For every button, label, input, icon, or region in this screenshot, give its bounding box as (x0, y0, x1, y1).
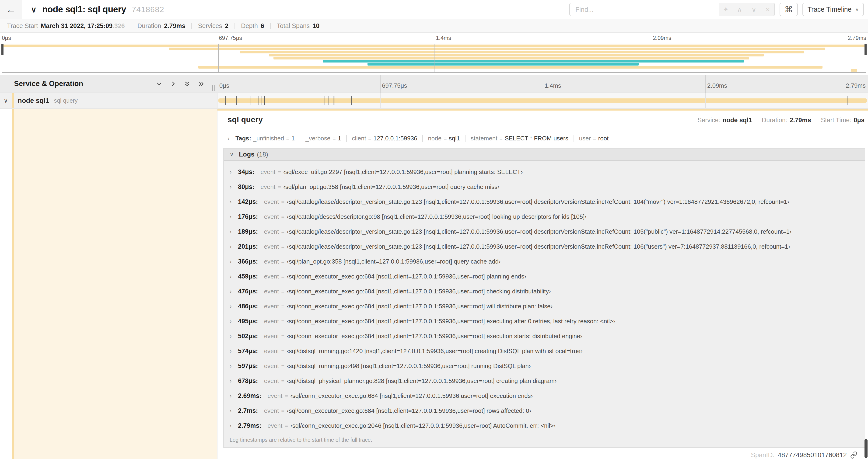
log-entry-row[interactable]: ›502μs:event=‹sql/conn_executor_exec.go:… (224, 329, 865, 343)
tag-item: node=sql1 (428, 135, 460, 142)
minimap-left-drag-handle[interactable] (1, 44, 3, 55)
trace-summary-item: Total Spans10 (277, 22, 319, 30)
logs-list: ›34μs:event=‹sql/exec_util.go:2297 [nsql… (224, 161, 865, 433)
next-result-icon[interactable]: ∨ (751, 5, 756, 13)
timeline-ruler: 0μs697.75μs1.4ms2.09ms2.79ms (217, 75, 868, 93)
log-expand-chevron-icon[interactable]: › (229, 333, 238, 340)
log-entry-row[interactable]: ›176μs:event=‹sql/catalog/descs/descript… (224, 209, 865, 224)
log-entry-row[interactable]: ›486μs:event=‹sql/conn_executor_exec.go:… (224, 299, 865, 314)
log-event-tick (357, 96, 357, 105)
log-key: event (264, 213, 279, 220)
span-collapse-chevron-icon[interactable]: ∨ (0, 97, 12, 104)
log-expand-chevron-icon[interactable]: › (229, 168, 238, 176)
log-key: event (264, 228, 279, 235)
log-entry-row[interactable]: ›34μs:event=‹sql/exec_util.go:2297 [nsql… (224, 164, 865, 179)
log-expand-chevron-icon[interactable]: › (229, 213, 238, 220)
log-entry-row[interactable]: ›366μs:event=‹sql/plan_opt.go:358 [nsql1… (224, 254, 865, 269)
log-key: event (260, 183, 276, 190)
match-highlight-icon[interactable]: ⌖ (724, 5, 728, 13)
span-id-row: SpanID: 4877749850101760812 (227, 448, 865, 459)
log-equals: = (278, 184, 281, 190)
log-entry-row[interactable]: ›495μs:event=‹sql/conn_executor_exec.go:… (224, 314, 865, 329)
log-entry-row[interactable]: ›201μs:event=‹sql/catalog/lease/descript… (224, 239, 865, 254)
expand-one-icon[interactable] (170, 80, 177, 87)
log-expand-chevron-icon[interactable]: › (229, 362, 238, 370)
expand-all-icon[interactable] (198, 80, 205, 87)
keyboard-shortcuts-button[interactable]: ⌘ (780, 3, 798, 16)
back-button[interactable]: ← (0, 0, 22, 19)
logs-header[interactable]: ∨ Logs (18) (224, 149, 865, 161)
log-timestamp: 678μs: (238, 378, 258, 385)
timeline-minimap[interactable]: 0μs697.75μs1.4ms2.09ms2.79ms (0, 33, 868, 75)
log-expand-chevron-icon[interactable]: › (229, 198, 238, 205)
minimap-span-segment (198, 66, 823, 69)
log-key-value: event=‹sql/distsql_running.go:498 [nsql1… (264, 362, 531, 370)
tags-label[interactable]: Tags: (236, 135, 251, 142)
log-expand-chevron-icon[interactable]: › (229, 228, 238, 235)
logs-collapse-chevron-icon[interactable]: ∨ (229, 151, 239, 158)
tags-expand-chevron-icon[interactable]: › (227, 135, 236, 142)
summary-value: 6 (260, 22, 264, 29)
collapse-all-icon[interactable] (184, 80, 190, 87)
log-key: event (264, 303, 279, 310)
log-entry-row[interactable]: ›597μs:event=‹sql/distsql_running.go:498… (224, 358, 865, 373)
search-input[interactable] (570, 3, 719, 15)
log-value: ‹sql/conn_executor_exec.go:684 [nsql1,cl… (290, 392, 533, 399)
log-entry-row[interactable]: ›574μs:event=‹sql/distsql_running.go:142… (224, 343, 865, 358)
log-expand-chevron-icon[interactable]: › (229, 243, 238, 250)
log-expand-chevron-icon[interactable]: › (229, 288, 238, 295)
log-entry-row[interactable]: ›476μs:event=‹sql/conn_executor_exec.go:… (224, 284, 865, 299)
tag-item: user=root (579, 135, 609, 142)
span-bar-cell[interactable] (217, 93, 868, 108)
span-row-service-cell[interactable]: ∨ node sql1 sql query (0, 93, 217, 108)
minimap-span-segment (240, 51, 805, 54)
log-entry-row[interactable]: ›189μs:event=‹sql/catalog/lease/descript… (224, 224, 865, 239)
minimap-span-segment (851, 69, 857, 72)
log-key: event (264, 362, 279, 369)
log-expand-chevron-icon[interactable]: › (229, 348, 238, 355)
collapse-one-icon[interactable] (156, 80, 162, 87)
log-expand-chevron-icon[interactable]: › (229, 318, 238, 325)
log-expand-chevron-icon[interactable]: › (229, 303, 238, 310)
log-entry-row[interactable]: ›2.69ms:event=‹sql/conn_executor_exec.go… (224, 388, 865, 403)
log-expand-chevron-icon[interactable]: › (229, 378, 238, 385)
column-resizer-grip[interactable] (212, 85, 215, 91)
log-expand-chevron-icon[interactable]: › (229, 183, 238, 191)
log-equals: = (281, 333, 284, 339)
summary-value-suffix: .326 (113, 22, 125, 29)
log-expand-chevron-icon[interactable]: › (229, 258, 238, 265)
deep-link-icon[interactable] (850, 451, 858, 459)
minimap-right-drag-handle[interactable] (865, 44, 867, 55)
log-equals: = (281, 214, 284, 220)
span-operation-name: sql query (54, 97, 78, 104)
minimap-span-segment (169, 47, 825, 51)
logs-count: (18) (257, 151, 268, 158)
log-expand-chevron-icon[interactable]: › (229, 407, 238, 415)
log-key-value: event=‹sql/conn_executor_exec.go:684 [ns… (264, 288, 551, 295)
log-entry-row[interactable]: ›80μs:event=‹sql/plan_opt.go:358 [nsql1,… (224, 179, 865, 194)
log-entry-row[interactable]: ›142μs:event=‹sql/catalog/lease/descript… (224, 194, 865, 209)
collapse-all-chevron-icon[interactable]: ∨ (31, 5, 37, 14)
summary-label: Depth (241, 22, 258, 29)
divider (235, 23, 235, 29)
clear-search-icon[interactable]: × (766, 6, 770, 13)
log-entry-row[interactable]: ›678μs:event=‹sql/distsql_physical_plann… (224, 373, 865, 388)
tag-equals: = (368, 135, 371, 141)
log-entry-row[interactable]: ›2.79ms:event=‹sql/conn_executor_exec.go… (224, 418, 865, 433)
minimap-tick-label: 0μs (0, 35, 11, 41)
log-timestamp: 459μs: (238, 273, 258, 280)
vertical-scrollbar-thumb[interactable] (865, 439, 868, 458)
log-expand-chevron-icon[interactable]: › (229, 273, 238, 280)
prev-result-icon[interactable]: ∧ (737, 5, 742, 13)
tag-value: 127.0.0.1:59936 (373, 135, 417, 142)
minimap-tick-label: 2.09ms (651, 35, 671, 41)
log-entry-row[interactable]: ›459μs:event=‹sql/conn_executor_exec.go:… (224, 269, 865, 284)
log-expand-chevron-icon[interactable]: › (229, 392, 238, 399)
minimap-canvas[interactable] (2, 44, 866, 72)
log-expand-chevron-icon[interactable]: › (229, 422, 238, 429)
timeline-gridline (543, 75, 543, 93)
log-entry-row[interactable]: ›2.7ms:event=‹sql/conn_executor_exec.go:… (224, 403, 865, 418)
ruler-tick-label: 2.09ms (705, 82, 727, 89)
log-timestamp: 574μs: (238, 348, 258, 355)
trace-view-dropdown[interactable]: Trace Timeline ∨ (802, 3, 864, 16)
